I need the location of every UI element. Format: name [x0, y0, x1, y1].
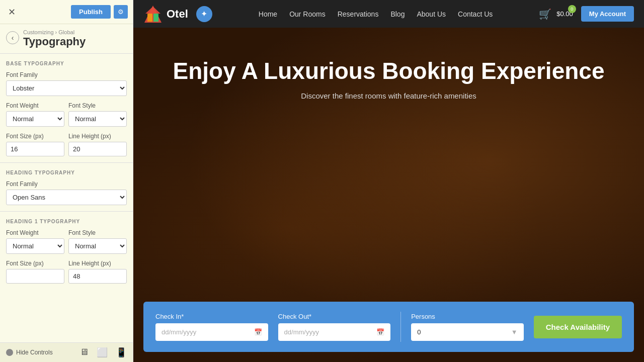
nav-link-home[interactable]: Home: [259, 10, 277, 18]
heading-typography-label: HEADING TYPOGRAPHY: [0, 165, 133, 178]
svg-rect-2: [147, 14, 152, 22]
base-font-style-select[interactable]: Normal Italic Oblique: [68, 111, 127, 127]
h1-line-height-label: Line Height (px): [68, 260, 127, 267]
base-font-size-input[interactable]: 16: [6, 142, 64, 156]
h1-font-size-input[interactable]: [6, 269, 64, 284]
h1-line-height-input[interactable]: 48: [68, 269, 127, 284]
base-font-family-group: Font Family Lobster Open Sans Arial Robo…: [0, 69, 133, 100]
nav-link-blog[interactable]: Blog: [390, 10, 405, 18]
logo-area: Otel ✦: [143, 5, 212, 24]
h1-font-size-label: Font Size (px): [6, 260, 64, 267]
base-font-size-label: Font Size (px): [6, 133, 64, 140]
breadcrumb: Customizing › Global Typography: [23, 29, 86, 48]
site-logo-text: Otel: [167, 8, 188, 21]
base-typography-label: BASE TYPOGRAPHY: [0, 56, 133, 69]
h1-line-height-group: Line Height (px) 48: [68, 260, 127, 299]
customizer-panel: ✕ Publish ⚙ ‹ Customizing › Global Typog…: [0, 0, 133, 362]
publish-button[interactable]: Publish: [71, 5, 111, 19]
checkout-placeholder: dd/mm/yyyy: [284, 328, 319, 336]
checkin-input[interactable]: dd/mm/yyyy 📅: [155, 323, 268, 341]
heading-font-family-label: Font Family: [6, 180, 127, 188]
logo-icon: [143, 5, 163, 24]
base-font-family-select[interactable]: Lobster Open Sans Arial Roboto: [6, 80, 127, 96]
persons-label: Persons: [411, 313, 524, 320]
checkout-field: Check Out* dd/mm/yyyy 📅: [278, 313, 391, 341]
cart-badge: 0: [568, 5, 576, 13]
base-weight-style-row: Font Weight Normal Bold 400 700 Font Sty…: [0, 100, 133, 131]
heading-font-family-group: Font Family Open Sans Lobster Arial Robo…: [0, 178, 133, 209]
base-line-height-input[interactable]: 20: [68, 142, 127, 156]
back-button[interactable]: ‹: [6, 31, 19, 44]
nav-link-reservations[interactable]: Reservations: [338, 10, 379, 18]
heading-font-family-select[interactable]: Open Sans Lobster Arial Roboto: [6, 190, 127, 205]
mobile-device-icon[interactable]: 📱: [116, 347, 127, 358]
dropdown-chevron-icon: ▼: [511, 328, 518, 336]
nav-link-our-rooms[interactable]: Our Rooms: [289, 10, 326, 18]
close-button[interactable]: ✕: [5, 6, 19, 19]
persons-select[interactable]: 0 ▼: [411, 323, 524, 341]
nav-links-group: Home Our Rooms Reservations Blog About U…: [259, 10, 493, 18]
checkin-field: Check In* dd/mm/yyyy 📅: [155, 313, 268, 341]
hero-content: Enjoy A Luxurious Booking Experience Dis…: [133, 28, 644, 100]
booking-separator: [400, 312, 401, 342]
breadcrumb-area: ‹ Customizing › Global Typography: [0, 24, 133, 51]
breadcrumb-path: Customizing › Global: [23, 29, 86, 35]
h1-font-weight-label: Font Weight: [6, 229, 64, 236]
persons-field: Persons 0 ▼: [411, 313, 524, 341]
hide-controls-toggle[interactable]: Hide Controls: [6, 349, 53, 356]
base-size-height-row: Font Size (px) 16 Line Height (px) 20: [0, 131, 133, 160]
site-navigation: Otel ✦ Home Our Rooms Reservations Blog …: [133, 0, 644, 28]
cart-icon: 🛒: [539, 8, 551, 20]
nav-link-contact-us[interactable]: Contact Us: [458, 10, 493, 18]
checkout-label: Check Out*: [278, 313, 391, 320]
hero-title: Enjoy A Luxurious Booking Experience: [173, 58, 605, 84]
h1-font-weight-group: Font Weight Normal Bold 400 700: [6, 229, 64, 254]
h1-weight-style-row: Font Weight Normal Bold 400 700 Font Sty…: [0, 227, 133, 258]
divider: [0, 53, 133, 54]
cart-area[interactable]: 🛒 0 $0.00: [539, 8, 573, 20]
base-font-weight-label: Font Weight: [6, 102, 64, 109]
breadcrumb-title: Typography: [23, 35, 86, 48]
svg-rect-3: [153, 14, 158, 22]
settings-button[interactable]: ⚙: [114, 5, 128, 19]
nav-right-area: 🛒 0 $0.00 My Account: [539, 6, 634, 22]
checkout-input[interactable]: dd/mm/yyyy 📅: [278, 323, 391, 341]
base-line-height-label: Line Height (px): [68, 133, 127, 140]
base-font-family-label: Font Family: [6, 71, 127, 78]
publish-area: Publish ⚙: [71, 5, 128, 19]
h1-font-style-group: Font Style Normal Italic Oblique: [68, 229, 127, 254]
h1-font-weight-select[interactable]: Normal Bold 400 700: [6, 238, 64, 254]
heading1-typography-label: HEADING 1 TYPOGRAPHY: [0, 214, 133, 227]
calendar-icon: 📅: [254, 328, 262, 336]
checkin-label: Check In*: [155, 313, 268, 320]
h1-font-style-select[interactable]: Normal Italic Oblique: [68, 238, 127, 254]
my-account-button[interactable]: My Account: [581, 6, 634, 22]
checkin-placeholder: dd/mm/yyyy: [162, 328, 196, 336]
compass-icon[interactable]: ✦: [196, 6, 212, 22]
base-font-weight-select[interactable]: Normal Bold 400 700: [6, 111, 64, 127]
site-preview: Otel ✦ Home Our Rooms Reservations Blog …: [133, 0, 644, 362]
base-font-style-group: Font Style Normal Italic Oblique: [68, 102, 127, 127]
nav-link-about-us[interactable]: About Us: [417, 10, 446, 18]
divider-3: [0, 211, 133, 212]
calendar-icon-2: 📅: [376, 328, 384, 336]
h1-size-height-row: Font Size (px) Line Height (px) 48: [0, 258, 133, 303]
h1-font-size-group: Font Size (px): [6, 260, 64, 299]
panel-topbar: ✕ Publish ⚙: [0, 0, 133, 24]
hide-controls-dot: [6, 349, 13, 356]
hero-subtitle: Discover the finest rooms with feature-r…: [301, 92, 476, 100]
base-font-weight-group: Font Weight Normal Bold 400 700: [6, 102, 64, 127]
persons-value: 0: [417, 328, 421, 336]
base-font-size-group: Font Size (px) 16: [6, 133, 64, 156]
device-switcher: 🖥 ⬜ 📱: [79, 347, 127, 358]
desktop-device-icon[interactable]: 🖥: [79, 347, 89, 358]
h1-font-style-label: Font Style: [68, 229, 127, 236]
booking-bar: Check In* dd/mm/yyyy 📅 Check Out* dd/mm/…: [143, 302, 634, 352]
base-line-height-group: Line Height (px) 20: [68, 133, 127, 156]
svg-marker-4: [145, 7, 160, 14]
check-availability-button[interactable]: Check Availability: [534, 316, 622, 338]
tablet-device-icon[interactable]: ⬜: [97, 347, 108, 358]
divider-2: [0, 162, 133, 163]
panel-bottom-bar: Hide Controls 🖥 ⬜ 📱: [0, 342, 133, 362]
hero-section: Enjoy A Luxurious Booking Experience Dis…: [133, 28, 644, 362]
